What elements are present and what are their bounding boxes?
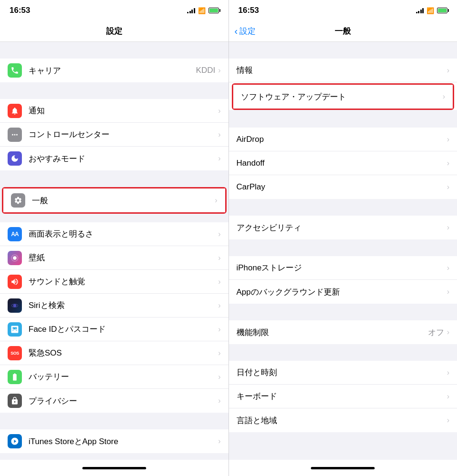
handoff-chevron: ›	[447, 159, 449, 168]
right-time: 16:53	[238, 6, 259, 15]
settings-item-sos[interactable]: SOS 緊急SOS ›	[0, 341, 228, 365]
settings-group-itunes: iTunes StoreとApp Store ›	[0, 429, 228, 453]
left-time: 16:53	[10, 6, 30, 15]
privacy-chevron: ›	[218, 397, 220, 405]
right-content: 情報 › ソフトウェア・アップデート › AirDrop › Handoff ›	[229, 42, 457, 460]
right-item-handoff[interactable]: Handoff ›	[229, 151, 457, 175]
wallpaper-label: 壁紙	[29, 252, 218, 263]
right-item-restrictions[interactable]: 機能制限 オフ ›	[229, 320, 457, 344]
right-item-keyboard[interactable]: キーボード ›	[229, 385, 457, 408]
right-home-indicator	[229, 460, 457, 476]
right-settings-group-6: 日付と時刻 › キーボード › 言語と地域 ›	[229, 361, 457, 432]
back-chevron-icon: ‹	[235, 26, 238, 36]
sound-icon	[8, 275, 22, 289]
dnd-chevron: ›	[218, 154, 220, 163]
back-label: 設定	[239, 26, 256, 37]
siri-label: Siriと検索	[29, 300, 218, 311]
settings-item-battery[interactable]: バッテリー ›	[0, 365, 228, 389]
right-wifi-icon: 📶	[427, 7, 434, 14]
settings-group-notifications: 通知 › コントロールセンター › おやすみモード ›	[0, 99, 228, 170]
right-item-bg-refresh[interactable]: Appのバックグラウンド更新 ›	[229, 280, 457, 304]
right-item-storage[interactable]: iPhoneストレージ ›	[229, 256, 457, 280]
right-item-language[interactable]: 言語と地域 ›	[229, 408, 457, 432]
right-panel: 16:53 📶 ‹ 設定 一般 情報 ›	[229, 0, 457, 476]
right-home-bar	[311, 467, 375, 469]
wallpaper-icon	[8, 251, 22, 265]
right-status-icons: 📶	[416, 7, 448, 14]
right-section-gap-1	[229, 42, 457, 59]
settings-group-display: AA 画面表示と明るさ › 壁紙 › サウンドと触覚 ›	[0, 222, 228, 413]
section-gap-5	[0, 413, 228, 429]
notifications-icon	[8, 104, 22, 118]
settings-item-wallpaper[interactable]: 壁紙 ›	[0, 246, 228, 270]
right-section-gap-5	[229, 304, 457, 320]
settings-item-display[interactable]: AA 画面表示と明るさ ›	[0, 222, 228, 246]
dnd-label: おやすみモード	[29, 153, 218, 164]
airdrop-chevron: ›	[447, 135, 449, 144]
software-update-highlighted: ソフトウェア・アップデート ›	[232, 83, 455, 110]
faceid-chevron: ›	[218, 325, 220, 334]
carrier-value: KDDI	[196, 66, 216, 75]
right-nav-bar: ‹ 設定 一般	[229, 21, 457, 42]
software-update-label: ソフトウェア・アップデート	[241, 91, 443, 102]
settings-item-notifications[interactable]: 通知 ›	[0, 99, 228, 123]
left-home-bar	[82, 467, 146, 469]
general-label: 一般	[32, 195, 215, 206]
right-settings-group-2: AirDrop › Handoff › CarPlay ›	[229, 128, 457, 199]
section-gap-3	[0, 170, 228, 187]
airdrop-label: AirDrop	[237, 135, 447, 144]
itunes-label: iTunes StoreとApp Store	[29, 436, 218, 447]
restrictions-label: 機能制限	[237, 327, 428, 338]
right-item-accessibility[interactable]: アクセシビリティ ›	[229, 216, 457, 239]
settings-item-siri[interactable]: Siriと検索 ›	[0, 294, 228, 317]
info-chevron: ›	[447, 66, 449, 75]
settings-item-general[interactable]: 一般 ›	[3, 188, 225, 212]
settings-item-privacy[interactable]: プライバシー ›	[0, 389, 228, 413]
siri-chevron: ›	[218, 301, 220, 310]
dnd-icon	[8, 151, 22, 166]
right-signal-icon	[416, 8, 424, 13]
itunes-icon	[8, 434, 22, 448]
settings-item-carrier[interactable]: キャリア KDDI ›	[0, 59, 228, 82]
svg-point-3	[13, 256, 17, 260]
right-nav-back[interactable]: ‹ 設定	[235, 26, 256, 37]
right-nav-title: 一般	[335, 26, 351, 37]
keyboard-chevron: ›	[447, 392, 449, 401]
right-item-datetime[interactable]: 日付と時刻 ›	[229, 361, 457, 385]
signal-icon	[187, 8, 195, 13]
right-status-bar: 16:53 📶	[229, 0, 457, 21]
right-item-airdrop[interactable]: AirDrop ›	[229, 128, 457, 151]
svg-point-1	[14, 134, 16, 135]
accessibility-label: アクセシビリティ	[237, 222, 447, 233]
sound-chevron: ›	[218, 278, 220, 286]
settings-item-control-center[interactable]: コントロールセンター ›	[0, 123, 228, 147]
left-nav-title: 設定	[106, 26, 122, 37]
carplay-chevron: ›	[447, 183, 449, 191]
settings-item-itunes[interactable]: iTunes StoreとApp Store ›	[0, 429, 228, 453]
restrictions-value: オフ	[428, 327, 444, 338]
control-center-chevron: ›	[218, 130, 220, 139]
section-gap-bottom	[0, 453, 228, 460]
settings-item-sound[interactable]: サウンドと触覚 ›	[0, 270, 228, 294]
sos-icon: SOS	[8, 346, 22, 360]
left-home-indicator	[0, 460, 228, 476]
left-nav-bar: 設定	[0, 21, 228, 42]
battery-chevron: ›	[218, 373, 220, 381]
handoff-label: Handoff	[237, 159, 447, 168]
right-item-info[interactable]: 情報 ›	[229, 59, 457, 82]
settings-group-general: 一般 ›	[2, 187, 227, 214]
right-item-carplay[interactable]: CarPlay ›	[229, 175, 457, 199]
battery-label: バッテリー	[29, 371, 218, 382]
sound-label: サウンドと触覚	[29, 276, 218, 287]
restrictions-chevron: ›	[447, 328, 449, 337]
right-section-gap-4	[229, 239, 457, 256]
settings-item-dnd[interactable]: おやすみモード ›	[0, 147, 228, 170]
right-item-software-update[interactable]: ソフトウェア・アップデート ›	[233, 85, 453, 109]
control-center-icon	[8, 128, 22, 142]
svg-point-4	[13, 304, 17, 307]
section-gap-2	[0, 82, 228, 99]
settings-item-faceid[interactable]: Face IDとパスコード ›	[0, 317, 228, 341]
language-label: 言語と地域	[237, 415, 447, 426]
section-gap-4	[0, 214, 228, 222]
datetime-label: 日付と時刻	[237, 367, 447, 378]
